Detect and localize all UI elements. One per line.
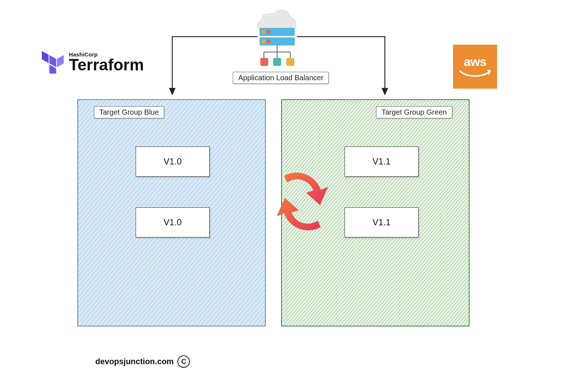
aws-smile-icon xyxy=(459,70,491,79)
footer-site: devopsjunction.com xyxy=(95,357,174,366)
copyright-icon: C xyxy=(177,355,190,368)
blue-node-2: V1.0 xyxy=(136,207,210,237)
terraform-logo: HashiCorp Terraform xyxy=(42,49,144,74)
node-yellow-icon xyxy=(286,58,294,66)
svg-rect-9 xyxy=(267,40,271,43)
alb-label: Application Load Balancer xyxy=(233,72,329,84)
load-balancer-icon xyxy=(257,10,296,66)
terraform-name: Terraform xyxy=(69,58,144,72)
connector-left xyxy=(172,37,258,95)
node-red-icon xyxy=(260,58,268,66)
node-teal-icon xyxy=(273,58,281,66)
svg-marker-17 xyxy=(57,55,64,67)
aws-text: aws xyxy=(464,55,486,69)
aws-logo: aws xyxy=(453,45,497,89)
connector-right xyxy=(297,37,385,95)
blue-node-1: V1.0 xyxy=(136,147,210,177)
green-group-title: Target Group Green xyxy=(376,106,452,118)
svg-rect-7 xyxy=(267,30,271,34)
diagram-stage: HashiCorp Terraform aws Application Load… xyxy=(0,0,563,392)
svg-rect-8 xyxy=(262,40,265,43)
svg-rect-6 xyxy=(262,30,265,34)
blue-group-title: Target Group Blue xyxy=(94,106,164,118)
footer: devopsjunction.com C xyxy=(95,355,190,368)
green-node-1: V1.1 xyxy=(345,147,419,177)
green-node-2: V1.1 xyxy=(345,207,419,237)
terraform-mark-icon xyxy=(42,49,65,74)
svg-marker-15 xyxy=(42,51,49,63)
